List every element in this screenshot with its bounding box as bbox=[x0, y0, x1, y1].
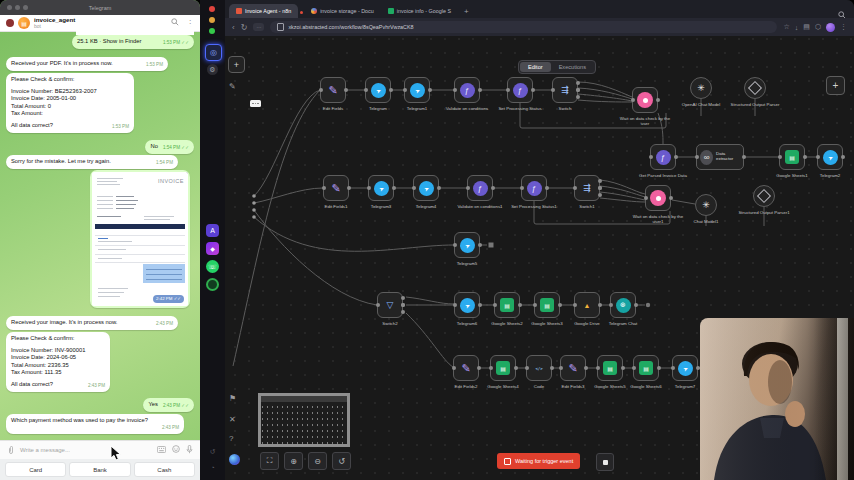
node-b4-telegram[interactable]: ➤Telegram2 bbox=[817, 144, 843, 170]
traffic-close[interactable] bbox=[209, 6, 215, 12]
node-a6-switch[interactable]: ⇶Switch bbox=[552, 77, 578, 103]
node-c7-wait[interactable]: Wait on data check by the user1 bbox=[645, 185, 671, 211]
window-traffic-lights[interactable] bbox=[7, 5, 28, 10]
profile-avatar[interactable] bbox=[826, 23, 835, 32]
bot-message-received-pdf[interactable]: Received your PDF. It's in process now. … bbox=[6, 57, 168, 71]
tab-invoice-storage[interactable]: invoice storage - Docu bbox=[304, 4, 381, 18]
node-op1-parser[interactable]: Structured Output Parser bbox=[744, 77, 766, 99]
help-icon[interactable]: ? bbox=[229, 434, 233, 443]
sticker-icon[interactable] bbox=[172, 445, 180, 455]
reply-button-card[interactable]: Card bbox=[5, 462, 66, 477]
traffic-zoom[interactable] bbox=[209, 28, 215, 34]
bot-message-confirm-2[interactable]: Please Check & confirm: Invoice Number: … bbox=[6, 332, 110, 392]
whatsapp-icon[interactable]: ☏ bbox=[206, 260, 219, 273]
node-a5-func[interactable]: ƒSet Processing Status bbox=[507, 77, 533, 103]
bot-message-payment-question[interactable]: Which payment method was used to pay the… bbox=[6, 414, 184, 434]
settings-gear-icon[interactable]: ⚙ bbox=[207, 64, 218, 75]
node-e0-filter[interactable]: ▽Switch2 bbox=[377, 292, 403, 318]
node-oa2-openai[interactable]: ✳Chat Model1 bbox=[695, 194, 717, 216]
node-b1-func[interactable]: ƒGet Parsed Invoice Data bbox=[650, 144, 676, 170]
message-composer[interactable]: Write a message... bbox=[0, 440, 200, 459]
node-a1-edit[interactable]: ✎Edit Fields bbox=[320, 77, 346, 103]
reply-button-cash[interactable]: Cash bbox=[134, 462, 195, 477]
user-message-yes[interactable]: Yes 2:43 PM ✓✓ bbox=[143, 398, 194, 412]
zoom-out-button[interactable]: ⊖ bbox=[308, 452, 327, 470]
node-c4-func[interactable]: ƒValidate on conditions1 bbox=[467, 175, 493, 201]
bot-keyboard-icon[interactable] bbox=[157, 446, 166, 455]
sticky-note-icon[interactable]: ✎ bbox=[229, 82, 236, 91]
templates-icon[interactable]: ⚑ bbox=[229, 394, 236, 403]
user-message-no[interactable]: No 1:54 PM ✓✓ bbox=[145, 140, 194, 154]
address-bar[interactable]: xkzoi.abstracted.com/workflow/8sQeaPvhrV… bbox=[270, 21, 777, 33]
node-context-chip[interactable] bbox=[250, 100, 261, 107]
zoom-fit-button[interactable]: ⛶ bbox=[260, 452, 279, 470]
node-f2-sheets[interactable]: ▤Google Sheets4 bbox=[490, 355, 516, 381]
node-c1-edit[interactable]: ✎Edit Fields1 bbox=[323, 175, 349, 201]
tab-invoice-agent[interactable]: Invoice Agent - n8n bbox=[229, 4, 298, 18]
attach-icon[interactable] bbox=[7, 441, 15, 459]
clock-dock-icon[interactable]: ◔ bbox=[207, 462, 218, 473]
bot-message-confirm-1[interactable]: Please Check & confirm: Invoice Number: … bbox=[6, 73, 134, 133]
node-oa1-openai[interactable]: ✳OpenAI Chat Model bbox=[690, 77, 712, 99]
node-a7-wait[interactable]: Wait on data check by the user bbox=[632, 87, 658, 113]
node-f3-code[interactable]: </>Code bbox=[526, 355, 552, 381]
node-a4-func[interactable]: ƒValidate on conditions bbox=[454, 77, 480, 103]
node-e5-globe[interactable]: ⊛Telegram Chat bbox=[610, 292, 636, 318]
purple-app-icon[interactable]: ◆ bbox=[206, 242, 219, 255]
node-f5-sheets[interactable]: ▤Google Sheets5 bbox=[597, 355, 623, 381]
back-unread-badge[interactable] bbox=[6, 19, 14, 27]
node-c3-telegram[interactable]: ➤Telegram4 bbox=[413, 175, 439, 201]
user-avatar[interactable] bbox=[229, 454, 240, 465]
bot-message-received-img[interactable]: Received your image. It's in process now… bbox=[6, 316, 178, 330]
node-label: OpenAI Chat Model bbox=[673, 102, 729, 107]
node-c5-func[interactable]: ƒSet Processing Status1 bbox=[521, 175, 547, 201]
node-f4-edit[interactable]: ✎Edit Fields3 bbox=[560, 355, 586, 381]
grid-icon[interactable]: ▤ bbox=[803, 23, 810, 31]
waiting-trigger-banner[interactable]: Waiting for trigger event bbox=[497, 453, 580, 469]
active-app-icon[interactable]: ◎ bbox=[205, 44, 222, 61]
share-nav-icon[interactable]: ⬡ bbox=[815, 23, 821, 31]
extensions-chip[interactable]: ⋯ bbox=[253, 23, 264, 31]
node-op2-parser[interactable]: Structured Output Parser1 bbox=[753, 185, 775, 207]
back-icon[interactable]: ‹ bbox=[232, 23, 235, 32]
invoice-photo-message[interactable]: INVOICE bbox=[90, 170, 190, 308]
node-b3-sheets[interactable]: ▤Google Sheets1 bbox=[779, 144, 805, 170]
file-message[interactable]: 25.1 KB · Show in Finder 1:53 PM ✓✓ bbox=[72, 35, 194, 49]
add-node-button[interactable]: + bbox=[228, 56, 245, 73]
node-e3-sheets[interactable]: ▤Google Sheets3 bbox=[534, 292, 560, 318]
mic-icon[interactable] bbox=[186, 445, 193, 456]
tab-editor[interactable]: Editor bbox=[520, 62, 551, 72]
node-c2-telegram[interactable]: ➤Telegram3 bbox=[368, 175, 394, 201]
tab-invoice-info[interactable]: invoice info - Google S bbox=[381, 4, 458, 18]
node-d1-telegram[interactable]: ➤Telegram5 bbox=[454, 232, 480, 258]
download-icon[interactable]: ↓ bbox=[795, 24, 799, 31]
bot-avatar[interactable]: ▤ bbox=[18, 17, 30, 29]
node-f1-edit[interactable]: ✎Edit Fields2 bbox=[453, 355, 479, 381]
open-nodes-panel-button[interactable]: + bbox=[826, 76, 845, 95]
reload-icon[interactable]: ↻ bbox=[241, 23, 248, 32]
node-e1-telegram[interactable]: ➤Telegram6 bbox=[454, 292, 480, 318]
bookmark-star-icon[interactable]: ☆ bbox=[783, 23, 789, 31]
close-panel-icon[interactable]: ✕ bbox=[229, 415, 236, 424]
zoom-in-button[interactable]: ⊕ bbox=[284, 452, 303, 470]
traffic-minimize[interactable] bbox=[209, 17, 215, 23]
green-ring-app-icon[interactable] bbox=[206, 278, 219, 291]
browser-menu-icon[interactable]: ⋮ bbox=[840, 23, 847, 31]
node-b2-link[interactable]: ∞Data extractor bbox=[696, 144, 744, 170]
history-dock-icon[interactable]: ↺ bbox=[207, 446, 218, 457]
node-f6-sheets[interactable]: ▤Google Sheets6 bbox=[633, 355, 659, 381]
node-a2-telegram[interactable]: ➤Telegram bbox=[365, 77, 391, 103]
tab-executions[interactable]: Executions bbox=[551, 62, 594, 72]
bot-message-sorry[interactable]: Sorry for the mistake. Let me try again.… bbox=[6, 155, 178, 169]
node-e2-sheets[interactable]: ▤Google Sheets2 bbox=[494, 292, 520, 318]
node-c6-switch[interactable]: ⇶Switch1 bbox=[574, 175, 600, 201]
node-e4-drive[interactable]: ▲Google Drive bbox=[574, 292, 600, 318]
ai-app-icon[interactable]: A bbox=[206, 224, 219, 237]
reset-view-button[interactable]: ↺ bbox=[332, 452, 351, 470]
stop-execution-button[interactable] bbox=[596, 453, 614, 471]
message-input[interactable]: Write a message... bbox=[20, 447, 151, 453]
new-tab-button[interactable]: + bbox=[464, 7, 469, 16]
node-f7-telegram[interactable]: ➤Telegram7 bbox=[672, 355, 698, 381]
sticky-table-note[interactable] bbox=[258, 393, 350, 447]
node-a3-telegram[interactable]: ➤Telegram1 bbox=[404, 77, 430, 103]
